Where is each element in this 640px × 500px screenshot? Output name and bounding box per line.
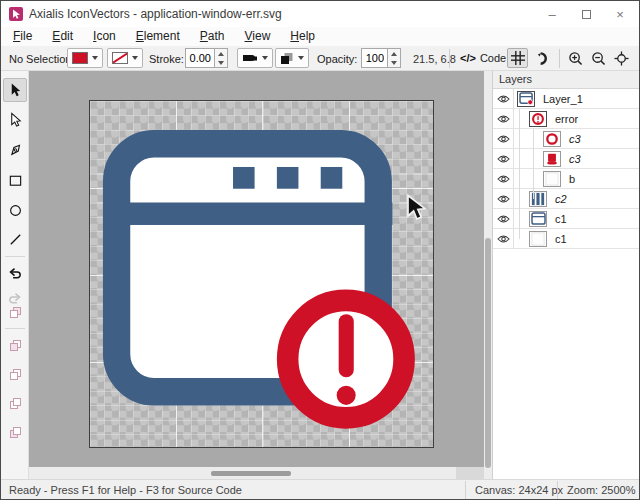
- layer-row[interactable]: Layer_1: [493, 89, 639, 109]
- zoom-in-button[interactable]: [565, 48, 585, 68]
- maximize-button[interactable]: [569, 1, 603, 27]
- spin-up-button[interactable]: [388, 49, 400, 58]
- layer-row[interactable]: c1: [493, 229, 639, 249]
- stroke-style-dropdown[interactable]: [237, 48, 273, 68]
- layer-name: c3: [569, 153, 581, 165]
- menu-view[interactable]: View: [235, 27, 281, 46]
- stroke-width-input[interactable]: [185, 48, 215, 68]
- layers-panel: Layers Layer_1 error c3 c3: [492, 71, 639, 479]
- layer-row[interactable]: error: [493, 109, 639, 129]
- tree-guide-line: [533, 129, 534, 199]
- layer-name: b: [569, 173, 575, 185]
- layer-row[interactable]: c3: [493, 149, 639, 169]
- status-separator: [557, 481, 558, 499]
- opacity-input[interactable]: [361, 48, 388, 68]
- grid-icon: [511, 51, 525, 65]
- visibility-toggle[interactable]: [493, 189, 514, 209]
- send-backward-button[interactable]: [3, 391, 27, 415]
- snap-button[interactable]: [532, 48, 553, 68]
- app-window: Axialis IconVectors - application-window…: [0, 0, 640, 500]
- layer-name: error: [555, 113, 578, 125]
- minimize-button[interactable]: –: [535, 1, 569, 27]
- menubar: File Edit Icon Element Path View Help: [1, 27, 639, 46]
- layer-thumbnail: [529, 191, 547, 207]
- spin-down-button[interactable]: [215, 58, 227, 67]
- layer-thumbnail: [543, 131, 561, 147]
- visibility-toggle[interactable]: [493, 129, 514, 149]
- status-canvas-size: Canvas: 24x24 px: [475, 484, 563, 496]
- layer-name: Layer_1: [543, 93, 583, 105]
- vertical-scrollbar[interactable]: [484, 71, 492, 479]
- layer-thumbnail: [529, 211, 547, 227]
- menu-help[interactable]: Help: [280, 27, 325, 46]
- pen-tool-button[interactable]: [3, 138, 27, 162]
- ellipse-tool-button[interactable]: [3, 198, 27, 222]
- menu-icon[interactable]: Icon: [83, 27, 126, 46]
- artboard[interactable]: [89, 100, 434, 448]
- layer-row[interactable]: c2: [493, 189, 639, 209]
- canvas-area[interactable]: [29, 71, 484, 479]
- chevron-down-icon: [132, 56, 138, 60]
- menu-file[interactable]: File: [3, 27, 42, 46]
- grid-toggle-button[interactable]: [507, 48, 528, 68]
- layer-row[interactable]: c3: [493, 129, 639, 149]
- layer-row[interactable]: c1: [493, 209, 639, 229]
- horizontal-scrollbar-thumb[interactable]: [211, 471, 291, 476]
- toolbar-separator: [559, 49, 560, 68]
- triangle-up-icon: [218, 52, 224, 56]
- layer-row[interactable]: b: [493, 169, 639, 189]
- rectangle-icon: [8, 173, 23, 188]
- error-exclaim-dot: [337, 386, 356, 405]
- visibility-toggle[interactable]: [493, 89, 514, 109]
- main-area: Layers Layer_1 error c3 c3: [1, 71, 639, 479]
- layer-name: c1: [555, 233, 567, 245]
- fill-color-swatch: [72, 52, 88, 64]
- zoom-actual-button[interactable]: [611, 48, 631, 68]
- palette-separator: [5, 328, 25, 329]
- eye-icon: [497, 214, 510, 224]
- stroke-label: Stroke:: [149, 53, 184, 65]
- window-dot-2: [277, 167, 299, 189]
- stroke-color-dropdown[interactable]: [107, 48, 143, 68]
- ellipse-icon: [8, 203, 23, 218]
- white-square-thumb-icon: [531, 232, 545, 246]
- spin-down-button[interactable]: [388, 58, 400, 67]
- fill-color-dropdown[interactable]: [67, 48, 103, 68]
- rectangle-tool-button[interactable]: [3, 168, 27, 192]
- spin-up-button[interactable]: [215, 49, 227, 58]
- white-square-thumb-icon: [545, 172, 559, 186]
- horizontal-scrollbar[interactable]: [29, 467, 484, 479]
- visibility-toggle[interactable]: [493, 229, 514, 249]
- visibility-toggle[interactable]: [493, 149, 514, 169]
- bring-to-front-button[interactable]: [3, 333, 27, 357]
- layer-name: c1: [555, 213, 567, 225]
- vertical-scrollbar-thumb[interactable]: [485, 238, 491, 468]
- code-icon: </>: [460, 52, 476, 64]
- red-shape-thumb-icon: [545, 152, 559, 166]
- status-separator: [465, 481, 466, 499]
- visibility-toggle[interactable]: [493, 109, 514, 129]
- code-button[interactable]: </> Code: [457, 48, 509, 68]
- crosshair-icon: [614, 51, 629, 66]
- eye-icon: [497, 234, 510, 244]
- layer-thumbnail: [543, 151, 561, 167]
- bring-forward-button[interactable]: [3, 362, 27, 386]
- status-zoom-level: Zoom: 2500%: [567, 484, 635, 496]
- overlap-squares-icon: [280, 52, 294, 65]
- line-tool-button[interactable]: [3, 227, 27, 251]
- direct-select-tool-button[interactable]: [3, 108, 27, 132]
- menu-edit[interactable]: Edit: [42, 27, 83, 46]
- select-tool-button[interactable]: [3, 78, 27, 102]
- visibility-toggle[interactable]: [493, 169, 514, 189]
- undo-button[interactable]: [3, 261, 27, 285]
- close-button[interactable]: ×: [603, 1, 637, 27]
- group-button[interactable]: [3, 300, 27, 324]
- send-to-back-button[interactable]: [3, 420, 27, 444]
- corner-style-dropdown[interactable]: [275, 48, 309, 68]
- visibility-toggle[interactable]: [493, 209, 514, 229]
- zoom-out-button[interactable]: [588, 48, 608, 68]
- menu-path[interactable]: Path: [190, 27, 235, 46]
- menu-element[interactable]: Element: [126, 27, 190, 46]
- eye-icon: [497, 154, 510, 164]
- tool-palette: [1, 71, 29, 479]
